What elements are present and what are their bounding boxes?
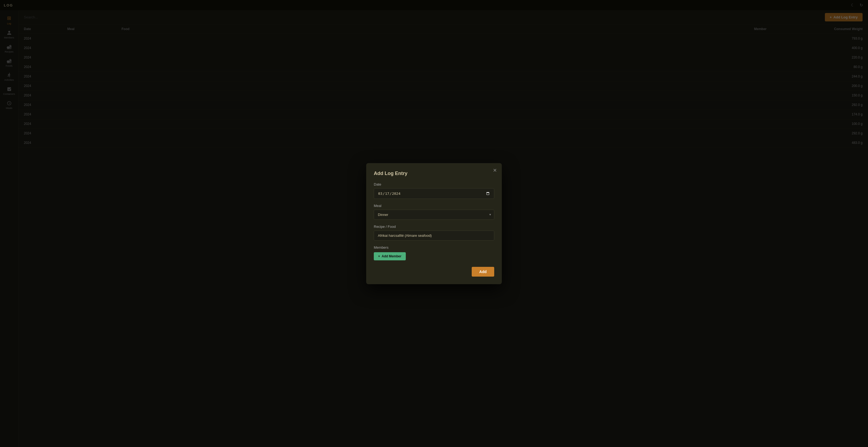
date-label: Date: [374, 182, 494, 186]
modal-footer: Add: [374, 267, 494, 277]
date-form-group: Date: [374, 182, 494, 199]
meal-select-wrapper: Breakfast Lunch Dinner Snack ▾: [374, 210, 494, 220]
recipe-food-form-group: Recipe / Food: [374, 225, 494, 241]
meal-form-group: Meal Breakfast Lunch Dinner Snack ▾: [374, 204, 494, 220]
modal-add-button[interactable]: Add: [472, 267, 494, 277]
recipe-food-input[interactable]: [374, 231, 494, 241]
modal-overlay: Add Log Entry ✕ Date Meal Breakfast Lunc…: [0, 0, 868, 447]
add-log-entry-modal: Add Log Entry ✕ Date Meal Breakfast Lunc…: [366, 163, 502, 284]
add-member-button[interactable]: + Add Member: [374, 252, 406, 260]
modal-close-button[interactable]: ✕: [493, 168, 497, 173]
meal-label: Meal: [374, 204, 494, 208]
date-input[interactable]: [374, 188, 494, 199]
meal-select[interactable]: Breakfast Lunch Dinner Snack: [374, 210, 494, 220]
members-form-group: Members + Add Member: [374, 245, 494, 260]
members-label: Members: [374, 245, 494, 249]
recipe-food-label: Recipe / Food: [374, 225, 494, 229]
plus-icon: +: [378, 254, 380, 258]
modal-title: Add Log Entry: [374, 171, 494, 176]
